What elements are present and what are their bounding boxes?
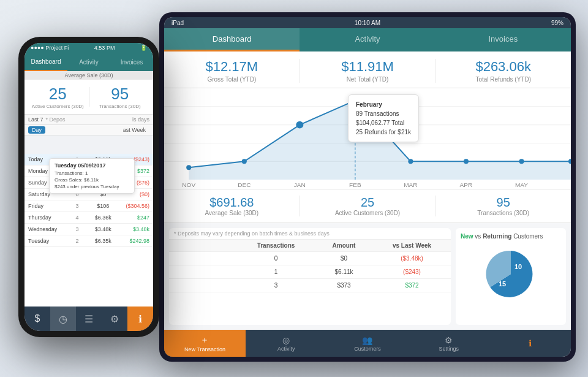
period-options: Day ast Week [24, 125, 153, 135]
row1-amount: $0 [310, 255, 378, 262]
svg-text:JAN: JAN [294, 181, 306, 188]
phone-active-customers: 25 Active Customers (30D) [27, 85, 89, 109]
tablet-pie-section: New vs Returning Customers [456, 228, 566, 325]
row1-trans: 0 [242, 255, 310, 262]
svg-text:APR: APR [460, 181, 473, 188]
tablet-lower-section: * Deposits may vary depending on batch t… [164, 223, 571, 330]
carrier: ●●●● Project Fi [31, 45, 69, 51]
row-count: 4 [67, 215, 88, 221]
phone-tooltip-line2: Gross Sales: $6.11k [55, 177, 129, 183]
pie-new-label: New [461, 233, 473, 240]
tab-activity[interactable]: Activity [300, 28, 435, 51]
tablet-device: iPad 10:10 AM 99% Dashboard Activity Inv… [159, 12, 576, 362]
info-button[interactable]: ℹ [489, 330, 571, 357]
row-day: Thursday [28, 215, 67, 221]
row-count: 3 [67, 226, 88, 232]
tooltip-title: February [356, 100, 411, 109]
tablet-nav: Dashboard Activity Invoices [164, 28, 571, 51]
phone-active-customers-value: 25 [27, 85, 89, 104]
row-day: Tuesday [28, 238, 67, 244]
tablet-bottom-metrics: $691.68 Average Sale (30D) 25 Active Cus… [164, 189, 571, 223]
tab-invoices[interactable]: Invoices [435, 28, 571, 51]
svg-point-9 [408, 159, 413, 164]
pie-vs: vs [475, 233, 481, 240]
active-customers-value: 25 [300, 196, 435, 210]
gross-total-label: Gross Total (YTD) [170, 76, 293, 83]
phone-active-customers-label: Active Customers (30D) [27, 104, 89, 109]
phone-tab-dashboard[interactable]: Dashboard [24, 53, 67, 71]
period-day[interactable]: Day [28, 126, 45, 134]
transactions-label: Transactions (30D) [435, 210, 571, 216]
row-amount: $6.36k [88, 215, 119, 221]
tab-dashboard[interactable]: Dashboard [164, 28, 300, 51]
table-row: 3 $373 $372 [169, 279, 451, 292]
phone-status-bar: ●●●● Project Fi 4:53 PM 🔋 [24, 43, 153, 53]
phone-dollar-button[interactable]: $ [24, 307, 50, 331]
settings-button[interactable]: ⚙ Settings [408, 330, 489, 357]
phone-info-button[interactable]: ℹ [127, 307, 153, 331]
row-vs: ($304.56) [118, 203, 149, 209]
col-amount: Amount [310, 242, 378, 249]
activity-button[interactable]: ◎ Activity [246, 330, 327, 357]
avg-sale-label: Average Sale (30D) [164, 210, 300, 216]
new-transaction-button[interactable]: ＋ New Transaction [164, 330, 246, 357]
pie-chart: 10 15 [480, 243, 541, 305]
period-deposits: * Depos [46, 116, 66, 123]
phone-tooltip-line1: Transactions: 1 [55, 170, 129, 177]
table-row: 0 $0 ($3.48k) [169, 252, 451, 265]
row-count: 2 [67, 238, 88, 244]
period-last-week[interactable]: ast Week [119, 126, 149, 134]
phone-screen: ●●●● Project Fi 4:53 PM 🔋 Dashboard Acti… [24, 43, 153, 331]
row-day: Friday [28, 203, 67, 209]
active-customers-label: Active Customers (30D) [300, 210, 435, 216]
phone-table-row: Thursday 4 $6.36k $247 [24, 212, 153, 224]
svg-text:15: 15 [499, 280, 506, 288]
metric-gross-total: $12.17M Gross Total (YTD) [164, 59, 300, 83]
svg-text:MAR: MAR [404, 181, 417, 188]
row3-trans: 3 [242, 282, 310, 289]
svg-text:10: 10 [514, 263, 522, 270]
row-amount: $6.35k [88, 238, 119, 244]
phone-settings-button[interactable]: ⚙ [102, 307, 127, 331]
pie-returning-label: Returning [483, 233, 511, 240]
tablet-top-metrics: $12.17M Gross Total (YTD) $11.91M Net To… [164, 51, 571, 88]
svg-text:FEB: FEB [349, 181, 361, 188]
tooltip-line2: $104,062.77 Total [356, 118, 411, 128]
pie-title: New vs Returning Customers [461, 233, 543, 240]
row-vs: $247 [118, 215, 149, 221]
tablet-status-left: iPad [172, 20, 184, 26]
phone-tooltip-line3: $243 under previous Tuesday [55, 183, 129, 190]
period-prefix: Last 7 [28, 116, 43, 123]
transactions-value: 95 [435, 196, 571, 210]
svg-text:DEC: DEC [238, 181, 251, 188]
customers-button[interactable]: 👥 Customers [327, 330, 409, 357]
customers-label: Customers [354, 346, 381, 352]
tooltip-line1: 89 Transactions [356, 109, 411, 118]
settings-label: Settings [439, 346, 459, 352]
phone-table-row: Wednesday 3 $3.48k $3.48k [24, 224, 153, 235]
row2-trans: 1 [242, 268, 310, 275]
phone-tab-activity[interactable]: Activity [67, 53, 110, 71]
active-customers-metric: 25 Active Customers (30D) [300, 196, 436, 216]
phone-tooltip-date: Tuesday 05/09/2017 [55, 162, 129, 170]
period-is-days: is days [132, 116, 149, 123]
phone-icons: 🔋 [140, 45, 147, 51]
phone-people-button[interactable]: ☰ [76, 307, 102, 331]
row3-amount: $373 [310, 282, 378, 289]
phone-clock-button[interactable]: ◷ [50, 307, 76, 331]
table-note: * Deposits may vary depending on batch t… [169, 228, 451, 240]
settings-icon: ⚙ [445, 335, 453, 345]
row-count: 3 [67, 203, 88, 209]
svg-point-7 [296, 121, 303, 129]
col-label [174, 242, 242, 249]
metric-net-total: $11.91M Net Total (YTD) [300, 59, 436, 83]
phone-tab-invoices[interactable]: Invoices [110, 53, 153, 71]
gross-total-value: $12.17M [170, 59, 293, 75]
phone-avg-sale: Average Sale (30D) [24, 71, 153, 80]
svg-point-11 [519, 159, 524, 164]
svg-text:MAY: MAY [515, 181, 528, 188]
net-total-value: $11.91M [306, 59, 429, 75]
tablet-screen: iPad 10:10 AM 99% Dashboard Activity Inv… [164, 17, 571, 357]
row-vs: $242.98 [118, 238, 149, 244]
tablet-battery: 99% [551, 20, 564, 26]
